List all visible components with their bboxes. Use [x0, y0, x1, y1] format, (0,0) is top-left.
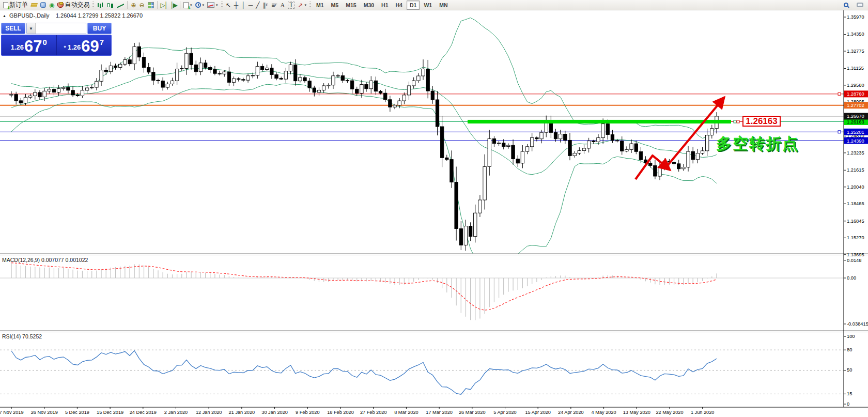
candle	[10, 95, 13, 95]
time-axis[interactable]: 7 Nov 201926 Nov 20195 Dec 201915 Dec 20…	[0, 407, 714, 415]
tile-windows-button[interactable]	[146, 1, 156, 10]
candle	[265, 68, 268, 69]
timeframe-m5-button[interactable]: M5	[328, 1, 342, 10]
svg-text:9 Feb 2020: 9 Feb 2020	[296, 410, 320, 415]
autotrade-button[interactable]: 自动交易	[56, 1, 91, 10]
candle	[564, 134, 567, 140]
shift-icon: ▷│	[161, 2, 167, 8]
crosshair-button[interactable]: ┼	[233, 1, 240, 10]
candle	[512, 145, 515, 159]
timeframe-w1-button[interactable]: W1	[421, 1, 435, 10]
chat-icon	[857, 3, 863, 7]
timeframe-mn-button[interactable]: MN	[436, 1, 451, 10]
svg-text:1.31155: 1.31155	[847, 66, 864, 71]
doc-plus-icon	[3, 2, 8, 8]
auto-scroll-button[interactable]: │▶	[168, 1, 178, 10]
timeframe-m15-button[interactable]: M15	[343, 1, 359, 10]
candlestick-chart-button[interactable]	[105, 1, 116, 10]
candle	[525, 147, 529, 151]
bid-price[interactable]: 1.26 67 0	[2, 35, 57, 55]
sell-button[interactable]: SELL	[1, 23, 25, 34]
periods-dropdown[interactable]: ▾	[194, 1, 206, 10]
zoom-in-button[interactable]: ⊕	[129, 1, 137, 10]
timeframe-h4-button[interactable]: H4	[393, 1, 406, 10]
candle	[299, 78, 302, 81]
signal-icon[interactable]: ◉	[48, 1, 56, 10]
candle	[521, 151, 524, 163]
line-handle[interactable]	[838, 92, 841, 95]
candle	[422, 69, 425, 76]
vertical-line-button[interactable]: │	[240, 1, 247, 10]
candle	[137, 47, 141, 57]
horizontal-line-button[interactable]: ─	[247, 1, 255, 10]
new-chart-dropdown[interactable]: ▾	[182, 1, 194, 10]
band-handle[interactable]	[734, 120, 736, 123]
zoom-out-button[interactable]: ⊖	[138, 1, 146, 10]
text-button[interactable]: A	[278, 1, 286, 10]
line-icon: ╱	[256, 2, 259, 8]
volume-decrease-button[interactable]: ▼	[27, 23, 36, 34]
candle	[209, 67, 212, 69]
candle	[407, 86, 410, 95]
channel-button[interactable]: ∥E	[261, 1, 270, 10]
svg-text:1.26670: 1.26670	[847, 114, 864, 119]
tile-icon	[148, 2, 154, 8]
arrows-dropdown[interactable]: ↗▾	[296, 1, 308, 10]
line-handle[interactable]	[838, 131, 841, 133]
candle	[436, 100, 439, 127]
chart-shift-button[interactable]: ▷│	[159, 1, 169, 10]
templates-dropdown[interactable]: ▾	[206, 1, 220, 10]
gold-icon[interactable]	[29, 1, 39, 10]
clock-icon	[195, 2, 201, 8]
svg-text:1.21615: 1.21615	[847, 167, 864, 173]
candle	[691, 151, 694, 160]
svg-text:15 Dec 2019: 15 Dec 2019	[97, 410, 123, 415]
fibonacci-button[interactable]: ≡F	[270, 1, 278, 10]
candle	[398, 101, 401, 105]
callout-handle[interactable]	[737, 120, 739, 123]
diamond-icon: ◆	[64, 44, 66, 48]
svg-text:26 Nov 2019: 26 Nov 2019	[31, 410, 58, 415]
svg-text:13 May 2020: 13 May 2020	[623, 410, 650, 415]
candle	[270, 68, 273, 74]
svg-text:26 Mar 2020: 26 Mar 2020	[459, 410, 486, 415]
new-order-button[interactable]: 新订单	[2, 1, 29, 10]
search-icon[interactable]	[842, 1, 850, 10]
candle	[275, 74, 278, 78]
timeframe-m30-button[interactable]: M30	[361, 1, 377, 10]
rsi-label: RSI(14) 70.5252	[2, 333, 42, 339]
line-icon: ─	[249, 2, 253, 8]
timeframe-h1-button[interactable]: H1	[378, 1, 391, 10]
trendline-button[interactable]: ╱	[254, 1, 261, 10]
timeframe-d1-button[interactable]: D1	[407, 1, 420, 10]
candle	[28, 96, 32, 98]
ask-price[interactable]: ◆ 1.26 69 7	[57, 35, 112, 55]
candle	[322, 86, 325, 90]
candle	[621, 141, 624, 151]
cursor-button[interactable]: ↖	[224, 1, 233, 10]
candle	[194, 65, 197, 71]
collapse-icon[interactable]: ▲	[3, 14, 6, 18]
buy-button[interactable]: BUY	[87, 23, 112, 34]
line-chart-button[interactable]	[116, 1, 126, 10]
support-level-callout[interactable]: 1.26163	[742, 116, 781, 127]
candle	[450, 160, 453, 182]
svg-text:80: 80	[847, 347, 852, 352]
trend-arrow[interactable]	[665, 97, 724, 168]
chat-icon[interactable]	[855, 1, 865, 10]
svg-text:18 Feb 2020: 18 Feb 2020	[327, 410, 354, 415]
new-order-button-label: 新订单	[9, 1, 28, 9]
price-axis[interactable]: 1.359701.343501.327751.311551.295801.280…	[844, 14, 868, 407]
support-band[interactable]	[468, 120, 731, 123]
svg-text:21 Jan 2020: 21 Jan 2020	[229, 410, 255, 415]
candle	[710, 129, 714, 135]
svg-text:5 Dec 2019: 5 Dec 2019	[65, 410, 89, 415]
timeframe-m1-button[interactable]: M1	[313, 1, 327, 10]
text-label-button[interactable]: T	[286, 1, 296, 10]
turning-point-annotation[interactable]: 多空转折点	[716, 133, 799, 155]
volume-input[interactable]	[36, 23, 86, 34]
chart-surface[interactable]: 1.359701.343501.327751.311551.295801.280…	[0, 10, 868, 417]
bar-chart-button[interactable]	[96, 1, 105, 10]
community-icon[interactable]	[39, 1, 48, 10]
candle	[213, 70, 216, 74]
